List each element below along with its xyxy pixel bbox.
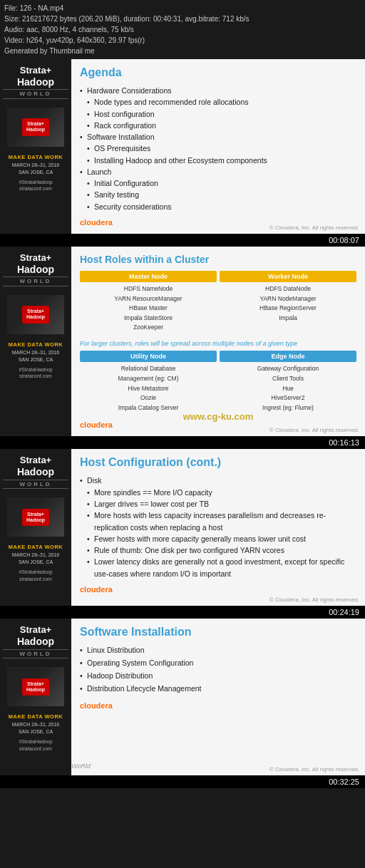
utility-node-col: Utility Node Relational Database Managem… (80, 351, 217, 415)
watermark: www.cg-ku.com (183, 411, 253, 422)
date-4: MARCH 28–31, 2016SAN JOSE, CA (12, 721, 60, 735)
worker-node-content: HDFS DataNode YARN NodeManager HBase Reg… (220, 282, 356, 325)
slide-content-software-install: Software Installation Linux Distribution… (71, 619, 365, 775)
date-1: MARCH 28–31, 2016SAN JOSE, CA (12, 162, 60, 176)
master-node-header: Master Node (80, 271, 217, 282)
worker-node-header: Worker Node (220, 271, 356, 282)
slide-agenda: Strata+ Hadoop WORLD Strata+ Hadoop MAKE… (0, 59, 365, 234)
bullet-item: Node types and recommended role allocati… (80, 96, 356, 108)
thumbnail-4: Strata+ Hadoop (7, 667, 64, 706)
worker-node-col: Worker Node HDFS DataNode YARN NodeManag… (220, 271, 356, 335)
master-node-col: Master Node HDFS NameNode YARN ResourceM… (80, 271, 217, 335)
edge-node-col: Edge Node Gateway Configuration Client T… (220, 351, 356, 415)
thumbnail-3: Strata+ Hadoop (7, 497, 64, 537)
thumbnail-2: Strata+ Hadoop (7, 295, 64, 334)
bullet-item: Security considerations (80, 201, 356, 212)
edge-node-header: Edge Node (220, 351, 356, 362)
slide-content-host-config: Host Configuration (cont.) Disk More spi… (71, 449, 365, 606)
bullet-item: Lower latency disks are generally not a … (80, 556, 356, 579)
meta-size: Size: 216217672 bytes (206.20 MiB), dura… (4, 14, 361, 24)
slide-software-install: Strata+ Hadoop WORLD Strata+ Hadoop MAKE… (0, 619, 365, 775)
slide-host-roles: Strata+ Hadoop WORLD Strata+ Hadoop MAKE… (0, 247, 365, 437)
slide-footer-4: © Cloudera, Inc. All rights reserved. (269, 766, 359, 773)
make-data-1: MAKE DATA WORK (9, 154, 63, 160)
utility-node-header: Utility Node (80, 351, 217, 362)
bullet-item: Hadoop Distribution (80, 670, 356, 683)
bullet-item: More spindles == More I/O capacity (80, 487, 356, 498)
date-3: MARCH 28–31, 2016SAN JOSE, CA (12, 552, 60, 566)
bullet-item: More hosts with less capacity increases … (80, 510, 356, 533)
bullet-item: Initial Configuration (80, 177, 356, 189)
meta-generated: Generated by Thumbnail me (4, 46, 361, 56)
bullet-item: Launch (80, 166, 356, 177)
bullet-item: Installing Hadoop and other Ecosystem co… (80, 155, 356, 166)
agenda-bullets: Hardware Considerations Node types and r… (80, 85, 356, 212)
make-data-2: MAKE DATA WORK (9, 341, 63, 348)
world-text: WoRld (71, 763, 91, 770)
bullet-item: Distribution Lifecycle Management (80, 683, 356, 696)
for-larger-text: For larger clusters, roles will be sprea… (80, 339, 356, 348)
sidebar-3: Strata+ Hadoop WORLD Strata+ Hadoop MAKE… (0, 449, 71, 606)
hashtag-1: #StrataHadoopstrataconf.com (19, 179, 52, 193)
strata-logo-2: Strata+ Hadoop WORLD (3, 252, 68, 288)
utility-node-content: Relational Database Management (eg: CM) … (80, 362, 217, 415)
timestamp-3: 00:24:19 (0, 606, 365, 619)
host-config-bullets: Disk More spindles == More I/O capacity … (80, 475, 356, 579)
make-data-3: MAKE DATA WORK (9, 544, 63, 550)
slide-content-agenda: Agenda Hardware Considerations Node type… (71, 59, 365, 234)
slide-footer-2: © Cloudera, Inc. All rights reserved. (269, 427, 359, 433)
bullet-item: Linux Distribution (80, 644, 356, 657)
slide-footer-1: © Cloudera, Inc. All rights reserved. (269, 224, 359, 231)
strata-logo-3: Strata+ Hadoop WORLD (3, 455, 68, 490)
roles-top-grid: Master Node HDFS NameNode YARN ResourceM… (80, 271, 356, 335)
bullet-item: Hardware Considerations (80, 85, 356, 96)
make-data-4: MAKE DATA WORK (9, 713, 63, 720)
sw-install-bullets: Linux Distribution Operating System Conf… (80, 644, 356, 695)
meta-filename: File: 126 - NA.mp4 (4, 3, 361, 14)
bullet-item: Larger drives == lower cost per TB (80, 498, 356, 510)
timestamp-2: 00:16:13 (0, 436, 365, 449)
bullet-item: Rule of thumb: One disk per two configur… (80, 544, 356, 556)
edge-node-content: Gateway Configuration Client Tools Hue H… (220, 362, 356, 415)
hashtag-4: #StrataHadoopstrataconf.com (19, 738, 52, 753)
sidebar-4: Strata+ Hadoop WORLD Strata+ Hadoop MAKE… (0, 619, 71, 775)
strata-logo-4: Strata+ Hadoop WORLD (3, 624, 68, 660)
timestamp-4: 00:32:25 (0, 775, 365, 788)
meta-video: Video: h264, yuv420p, 640x360, 29.97 fps… (4, 35, 361, 46)
roles-bottom-grid: Utility Node Relational Database Managem… (80, 351, 356, 415)
strata-logo-1: Strata+ Hadoop WORLD (3, 65, 68, 100)
bullet-item: Disk (80, 475, 356, 486)
hashtag-3: #StrataHadoopstrataconf.com (19, 569, 52, 583)
slide-title-agenda: Agenda (80, 66, 356, 79)
meta-bar: File: 126 - NA.mp4 Size: 216217672 bytes… (0, 0, 365, 59)
date-2: MARCH 28–31, 2016SAN JOSE, CA (12, 349, 60, 363)
bullet-item: Operating System Configuration (80, 657, 356, 670)
bullet-item: Host configuration (80, 108, 356, 120)
slide-host-config: Strata+ Hadoop WORLD Strata+ Hadoop MAKE… (0, 449, 365, 606)
cloudera-logo-3: cloudera (80, 585, 356, 594)
timestamp-1: 00:08:07 (0, 234, 365, 247)
slide-title-software-install: Software Installation (80, 626, 356, 639)
slide-content-host-roles: Host Roles within a Cluster Master Node … (71, 247, 365, 437)
bullet-item: Sanity testing (80, 189, 356, 200)
meta-audio: Audio: aac, 8000 Hz, 4 channels, 75 kb/s (4, 24, 361, 35)
sidebar-1: Strata+ Hadoop WORLD Strata+ Hadoop MAKE… (0, 59, 71, 234)
master-node-content: HDFS NameNode YARN ResourceManager HBase… (80, 282, 217, 335)
sidebar-2: Strata+ Hadoop WORLD Strata+ Hadoop MAKE… (0, 247, 71, 437)
bullet-item: Software Installation (80, 131, 356, 143)
bullet-item: Fewer hosts with more capacity generally… (80, 533, 356, 544)
slide-footer-3: © Cloudera, Inc. All rights reserved. (269, 596, 359, 603)
thumbnail-1: Strata+ Hadoop (7, 108, 64, 147)
hashtag-2: #StrataHadoopstrataconf.com (19, 366, 52, 381)
slide-title-host-roles: Host Roles within a Cluster (80, 254, 356, 265)
bullet-item: OS Prerequisites (80, 143, 356, 154)
slide-title-host-config: Host Configuration (cont.) (80, 456, 356, 469)
bullet-item: Rack configuration (80, 120, 356, 131)
cloudera-logo-4: cloudera (80, 701, 356, 710)
